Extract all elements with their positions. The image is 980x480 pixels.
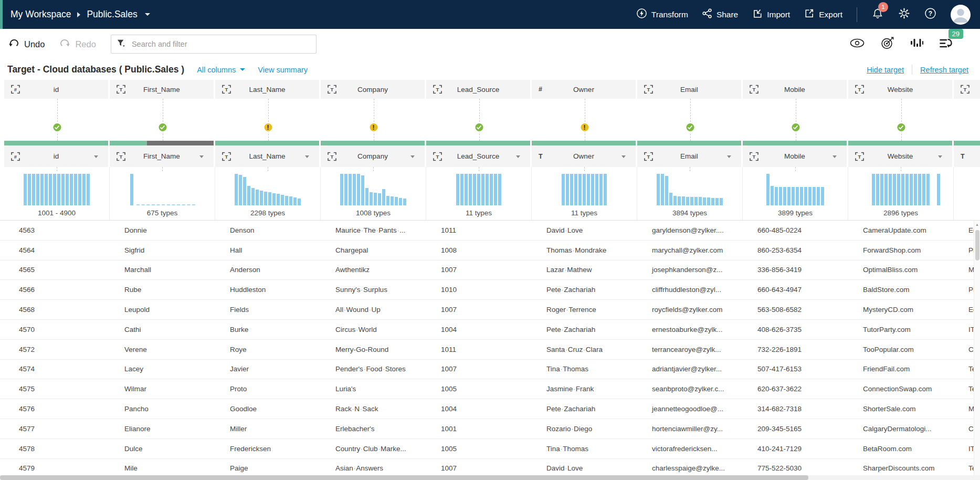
column-menu-caret-icon[interactable]	[621, 155, 626, 158]
source-column-header-email[interactable]: TEmail	[637, 145, 743, 167]
settings-button[interactable]	[898, 7, 910, 22]
target-column-header-email[interactable]: TEmail	[637, 80, 743, 99]
svg-text:T: T	[753, 153, 756, 159]
source-column-header-mobile[interactable]: TMobile	[743, 145, 848, 167]
redo-button[interactable]: Redo	[59, 38, 96, 50]
column-menu-caret-icon[interactable]	[305, 155, 309, 158]
match-ok-icon[interactable]	[474, 122, 484, 132]
histogram-owner[interactable]: 11 types	[532, 167, 637, 220]
column-type-icon: #	[539, 86, 542, 93]
help-button[interactable]: ?	[924, 7, 936, 22]
dataset-caret-icon[interactable]	[145, 13, 150, 16]
histogram-bars	[562, 174, 607, 205]
scroll-up-arrow-icon[interactable]: ▲	[974, 221, 980, 226]
view-summary-link[interactable]: View summary	[258, 66, 308, 74]
mapping-dashed-line	[374, 99, 374, 141]
export-button[interactable]: Export	[804, 8, 842, 21]
cell-lead-source: 1004	[426, 405, 532, 413]
workspace-name[interactable]: My Workspace	[10, 9, 71, 20]
dataset-name[interactable]: Public.Sales	[87, 9, 137, 20]
column-menu-caret-icon[interactable]	[410, 155, 415, 158]
column-metrics-button[interactable]	[910, 38, 923, 50]
vertical-scroll-thumb[interactable]	[975, 230, 979, 260]
match-ok-icon[interactable]	[791, 122, 800, 132]
svg-text:T: T	[753, 87, 756, 92]
target-column-header-id[interactable]: #id	[4, 80, 110, 99]
user-silhouette-icon	[951, 5, 971, 25]
undo-button[interactable]: Undo	[8, 38, 45, 50]
svg-text:T: T	[647, 153, 650, 159]
mapping-mobile	[743, 99, 848, 141]
cell-mobile: 732-226-1891	[743, 346, 848, 353]
cell-last-name: Fredericksen	[215, 445, 321, 453]
import-button[interactable]: Import	[752, 8, 790, 21]
histogram-id[interactable]: 1001 - 4900	[4, 167, 110, 220]
mapping-dashed-line	[585, 99, 585, 141]
cell-last-name: Huddleston	[215, 286, 321, 294]
cell-last-name: Roye	[215, 346, 321, 353]
column-menu-caret-icon[interactable]	[94, 155, 98, 158]
mapping-dash-stub	[901, 167, 901, 171]
target-column-header-lead-source[interactable]: TLead_Source	[426, 80, 532, 99]
cell-last-name: Javier	[215, 365, 321, 373]
cell-email: garyldenson@zylker....	[637, 226, 743, 234]
target-column-header-company[interactable]: TCompany	[321, 80, 426, 99]
match-ok-icon[interactable]	[896, 122, 906, 132]
cell-last-name: Proto	[215, 385, 321, 393]
target-column-header-mobile[interactable]: TMobile	[743, 80, 848, 99]
goal-target-button[interactable]	[881, 37, 894, 52]
avatar[interactable]	[951, 5, 971, 25]
preview-eye-button[interactable]	[850, 38, 865, 50]
match-warning-icon[interactable]: !	[579, 122, 589, 132]
cell-lead-source: 1007	[426, 365, 532, 373]
match-ok-icon[interactable]	[157, 122, 167, 132]
histogram-lead-source[interactable]: 11 types	[426, 167, 532, 220]
all-columns-dropdown[interactable]: All columns	[197, 66, 245, 74]
source-column-header-lead-source[interactable]: TLead_Source	[426, 145, 532, 167]
column-menu-caret-icon[interactable]	[199, 155, 204, 158]
source-column-header-owner[interactable]: TOwner	[532, 145, 637, 167]
histogram-partial[interactable]	[954, 167, 980, 220]
column-type-icon: T	[433, 85, 442, 94]
histogram-company[interactable]: 1008 types	[321, 167, 426, 220]
mapping-dashed-line	[163, 99, 163, 141]
source-column-header-last-name[interactable]: TLast_Name	[215, 145, 321, 167]
horizontal-scroll-thumb[interactable]	[0, 475, 808, 480]
column-menu-caret-icon[interactable]	[727, 155, 731, 158]
match-bar-mobile	[743, 141, 848, 145]
histogram-bars	[235, 174, 301, 205]
target-column-header-partial[interactable]: T	[954, 80, 980, 99]
target-column-header-first-name[interactable]: TFirst_Name	[110, 80, 215, 99]
source-column-header-company[interactable]: TCompany	[321, 145, 426, 167]
histogram-label: 3899 types	[778, 209, 813, 217]
column-menu-caret-icon[interactable]	[938, 155, 942, 158]
horizontal-scrollbar[interactable]	[0, 475, 980, 480]
source-column-header-first-name[interactable]: TFirst_Name	[110, 145, 215, 167]
refresh-target-link[interactable]: Refresh target	[920, 66, 968, 74]
cell-owner: Pete·Zachariah	[532, 326, 637, 333]
vertical-scrollbar[interactable]: ▲	[974, 221, 980, 475]
source-column-header-website[interactable]: TWebsite	[848, 145, 954, 167]
source-column-header-id[interactable]: #id	[4, 145, 110, 167]
match-ok-icon[interactable]	[52, 122, 62, 132]
share-button[interactable]: Share	[702, 8, 738, 20]
match-warning-icon[interactable]: !	[263, 122, 273, 132]
column-menu-caret-icon[interactable]	[833, 155, 837, 158]
pipeline-steps-button[interactable]: 29	[940, 38, 953, 51]
column-menu-caret-icon[interactable]	[516, 155, 520, 158]
match-warning-icon[interactable]: !	[368, 122, 378, 132]
histogram-email[interactable]: 3894 types	[637, 167, 743, 220]
histogram-mobile[interactable]: 3899 types	[743, 167, 848, 220]
target-column-header-last-name[interactable]: TLast_Name	[215, 80, 321, 99]
source-column-header-partial[interactable]: T	[954, 145, 980, 167]
hide-target-link[interactable]: Hide target	[867, 66, 904, 74]
search-input[interactable]	[131, 39, 310, 49]
notifications-button[interactable]: 1	[871, 7, 884, 22]
match-ok-icon[interactable]	[685, 122, 695, 132]
svg-text:T: T	[858, 87, 861, 92]
target-column-header-website[interactable]: TWebsite	[848, 80, 954, 99]
target-column-header-owner[interactable]: #Owner	[532, 80, 637, 99]
histogram-first-name[interactable]: 675 types	[110, 167, 215, 220]
histogram-last-name[interactable]: 2298 types	[215, 167, 321, 220]
transform-button[interactable]: Transform	[636, 8, 688, 21]
